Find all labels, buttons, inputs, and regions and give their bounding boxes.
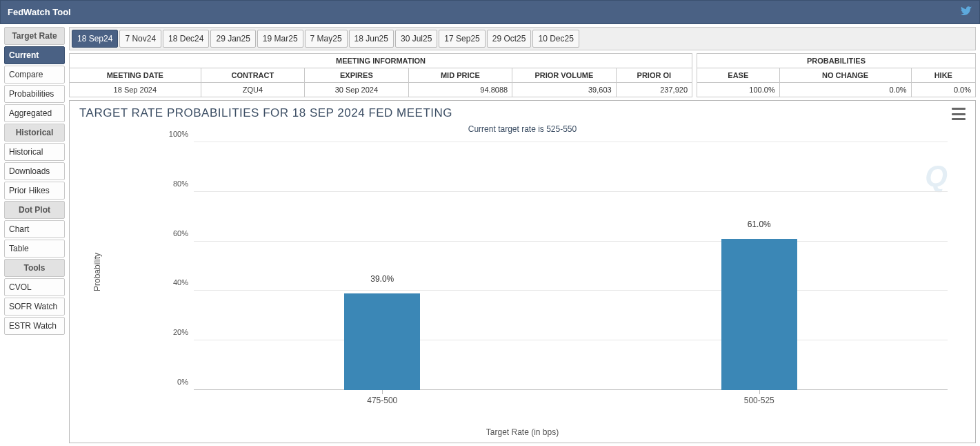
probabilities-title: PROBABILITIES [697,54,976,68]
table-cell: 237,920 [616,83,692,97]
meeting-tabs: 18 Sep247 Nov2418 Dec2429 Jan2519 Mar257… [69,27,976,50]
bar [721,239,797,390]
chart-subtitle: Current target rate is 525-550 [79,124,966,134]
y-tick-label: 60% [173,229,188,237]
table-cell: 0.0% [911,83,975,97]
x-tick [382,390,383,394]
y-axis-label: Probability [92,252,102,291]
sidebar-header: Historical [4,124,65,142]
twitter-icon[interactable] [960,5,972,19]
x-category-label: 500-525 [744,396,774,405]
x-category-label: 475-500 [367,396,397,405]
sidebar-item-estr-watch[interactable]: ESTR Watch [4,317,65,335]
table-header: EASE [697,68,780,83]
table-header: NO CHANGE [779,68,911,83]
x-axis-line [194,389,948,390]
tab-18-jun25[interactable]: 18 Jun25 [349,30,394,48]
table-cell: ZQU4 [201,83,305,97]
sidebar-item-historical[interactable]: Historical [4,143,65,161]
gridline [194,290,948,291]
x-tick [759,390,760,394]
table-header: MID PRICE [408,68,512,83]
tab-7-may25[interactable]: 7 May25 [305,30,348,48]
gridline [194,340,948,340]
tab-29-jan25[interactable]: 29 Jan25 [210,30,255,48]
app-title: FedWatch Tool [8,7,71,17]
sidebar-item-aggregated[interactable]: Aggregated [4,104,65,122]
table-cell: 0.0% [779,83,911,97]
sidebar-item-chart[interactable]: Chart [4,220,65,238]
tab-10-dec25[interactable]: 10 Dec25 [532,30,579,48]
table-cell: 39,603 [512,83,617,97]
sidebar-item-cvol[interactable]: CVOL [4,278,65,296]
tab-29-oct25[interactable]: 29 Oct25 [487,30,532,48]
sidebar: Target RateCurrentCompareProbabilitiesAg… [0,24,69,446]
y-tick-label: 80% [173,180,188,188]
titlebar: FedWatch Tool [0,0,980,24]
table-header: PRIOR OI [616,68,692,83]
y-tick-label: 100% [169,130,188,138]
chart-menu-icon[interactable] [952,108,966,120]
chart-title: TARGET RATE PROBABILITIES FOR 18 SEP 202… [79,106,966,120]
sidebar-header: Dot Plot [4,201,65,219]
gridline [194,191,948,192]
tab-19-mar25[interactable]: 19 Mar25 [257,30,303,48]
tab-7-nov24[interactable]: 7 Nov24 [119,30,161,48]
meeting-info-title: MEETING INFORMATION [70,54,692,68]
sidebar-item-table[interactable]: Table [4,240,65,258]
tab-17-sep25[interactable]: 17 Sep25 [439,30,485,48]
tab-30-jul25[interactable]: 30 Jul25 [395,30,437,48]
sidebar-item-prior-hikes[interactable]: Prior Hikes [4,182,65,200]
sidebar-header: Tools [4,259,65,277]
sidebar-item-downloads[interactable]: Downloads [4,162,65,180]
tab-18-dec24[interactable]: 18 Dec24 [163,30,209,48]
y-tick-label: 20% [173,328,188,336]
sidebar-item-compare[interactable]: Compare [4,66,65,84]
table-header: EXPIRES [305,68,409,83]
sidebar-header: Target Rate [4,27,65,45]
table-header: PRIOR VOLUME [512,68,617,83]
tab-18-sep24[interactable]: 18 Sep24 [72,30,118,48]
table-header: HIKE [911,68,975,83]
meeting-info-table: MEETING INFORMATION MEETING DATECONTRACT… [69,53,692,97]
gridline [194,142,948,142]
table-header: CONTRACT [201,68,305,83]
bar-value-label: 61.0% [748,220,771,229]
table-cell: 18 Sep 2024 [70,83,201,97]
sidebar-item-probabilities[interactable]: Probabilities [4,85,65,103]
chart-plot: 0%20%40%60%80%100%39.0%475-50061.0%500-5… [194,142,948,390]
gridline [194,241,948,242]
bar-value-label: 39.0% [370,274,394,284]
sidebar-item-current[interactable]: Current [4,46,65,64]
table-cell: 100.0% [697,83,780,97]
table-cell: 94.8088 [408,83,512,97]
table-header: MEETING DATE [70,68,201,83]
probabilities-table: PROBABILITIES EASENO CHANGEHIKE 100.0%0.… [697,53,976,97]
sidebar-item-sofr-watch[interactable]: SOFR Watch [4,298,65,316]
y-tick-label: 40% [173,278,188,287]
bar [344,293,420,390]
chart-panel: TARGET RATE PROBABILITIES FOR 18 SEP 202… [69,100,976,443]
main-content: 18 Sep247 Nov2418 Dec2429 Jan2519 Mar257… [69,24,980,446]
table-cell: 30 Sep 2024 [305,83,409,97]
x-axis-label: Target Rate (in bps) [70,427,975,437]
y-tick-label: 0% [177,378,188,386]
